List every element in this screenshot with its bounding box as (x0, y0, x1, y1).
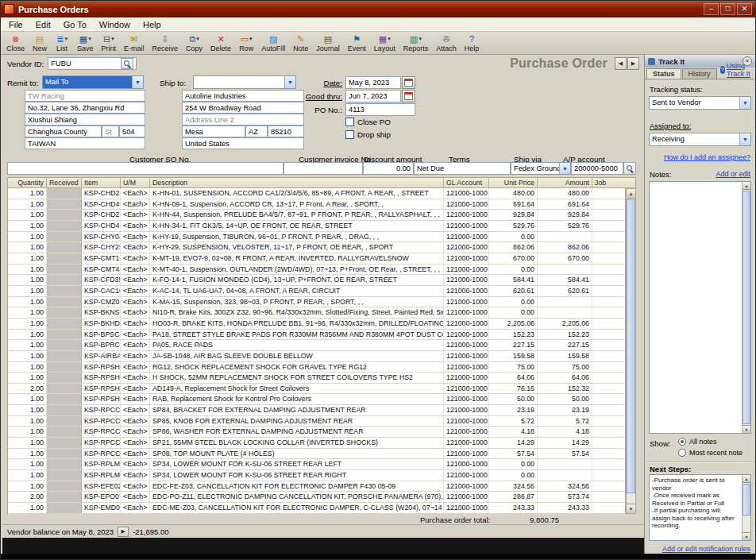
dropdown-arrow-icon[interactable]: ▾ (249, 36, 253, 42)
cell-amount[interactable]: 14.29 (538, 438, 592, 448)
table-row[interactable]: 1.00KSP-CMT410<Each>K-MT-40-1, Suspensio… (8, 265, 625, 276)
cell-item[interactable]: KSP-AIRBAG (82, 351, 121, 361)
cell-quantity[interactable]: 1.00 (8, 242, 47, 253)
cell-amount[interactable]: 243.33 (538, 503, 592, 513)
cell-um[interactable]: <Each> (121, 330, 150, 340)
cell-gl-account[interactable]: 121000-1000 (444, 481, 489, 492)
cell-received[interactable] (47, 330, 82, 340)
cell-item[interactable]: KSP-BKNS25 (82, 307, 121, 318)
table-row[interactable]: 1.00KSP-CMT150<Each>K-MT-19, EVO7-9, 02~… (8, 253, 625, 265)
cell-received[interactable] (47, 470, 82, 481)
cell-item[interactable]: KSP-RPSH25 (82, 384, 121, 394)
cell-job[interactable] (592, 210, 625, 220)
cell-job[interactable] (592, 199, 625, 210)
cell-item[interactable]: KSP-CHD410 (82, 221, 121, 231)
cell-item[interactable]: KSP-RPLM-C (82, 459, 121, 469)
cell-amount[interactable]: 620.61 (538, 286, 592, 296)
event-button[interactable]: ⚑Event (344, 33, 370, 52)
cell-gl-account[interactable]: 121000-1000 (444, 384, 489, 394)
cell-description[interactable]: NI10-R, Brake Kits, 300ZX Z32, 90~96, R4… (150, 307, 444, 318)
cell-gl-account[interactable]: 121000-1000 (444, 373, 489, 383)
cell-gl-account[interactable]: 121000-1000 (444, 253, 489, 264)
cell-gl-account[interactable]: 121000-1000 (444, 330, 489, 340)
vendor-balance-detail-button[interactable]: ▶ (118, 527, 129, 537)
table-row[interactable]: 1.00KSP-BPSC10<Each>PA18, STREET STYLE B… (8, 330, 625, 341)
cell-um[interactable]: <Each> (121, 351, 150, 361)
cell-description[interactable]: K-FO-14-1, FUSION MONDEO (CD4), 13~UP, P… (150, 275, 444, 285)
cell-amount[interactable]: 4.18 (538, 427, 592, 437)
cell-amount[interactable]: 152.23 (538, 330, 592, 340)
previous-record-button[interactable]: ◀ (615, 57, 627, 70)
cell-um[interactable]: <Each> (121, 210, 150, 220)
cell-amount[interactable] (538, 459, 592, 469)
cell-item[interactable]: KSP-EMD080 (82, 503, 121, 513)
ship-name-field[interactable]: Autoline Industries (182, 90, 304, 102)
date-input[interactable]: May 8, 2023 (345, 76, 401, 89)
cell-received[interactable] (47, 199, 82, 210)
save-button[interactable]: ▦▾Save (73, 33, 98, 52)
discount-amount-input[interactable]: 0.00 (363, 162, 414, 175)
remit-address2-field[interactable]: Xiushui Shiang (25, 114, 145, 126)
notes-area[interactable]: ▲ ▼ (649, 181, 751, 434)
cell-job[interactable] (592, 394, 625, 404)
cell-um[interactable]: <Each> (121, 492, 150, 502)
cell-unit-price[interactable]: 862.06 (489, 242, 538, 253)
cell-item[interactable]: KSP-RPCC-L (82, 438, 121, 448)
column-header-received[interactable]: Received (47, 178, 82, 187)
cell-amount[interactable]: 670.00 (538, 253, 592, 264)
po-no-input[interactable]: 4113 (345, 103, 415, 116)
close-window-button[interactable]: ✕ (737, 3, 752, 15)
receive-button[interactable]: ⇩Receive (148, 33, 183, 52)
cell-gl-account[interactable]: 121000-1000 (444, 297, 489, 307)
ap-account-input[interactable]: 200000-5000 (571, 162, 623, 175)
cell-unit-price[interactable]: 227.15 (489, 340, 538, 350)
maximize-button[interactable]: □ (720, 3, 735, 15)
cell-description[interactable]: RG12, SHOCK REPLACEMENT SHOCK FOR GRAVEL… (150, 362, 444, 373)
cell-gl-account[interactable]: 121000-1000 (444, 405, 489, 415)
cell-description[interactable]: PA05, RACE PADS (150, 340, 444, 350)
remit-state-field[interactable]: St (102, 126, 119, 137)
cell-received[interactable] (47, 286, 82, 296)
cell-unit-price[interactable]: 152.23 (489, 330, 538, 340)
cell-amount[interactable]: 75.00 (538, 362, 592, 373)
column-header-gl-account[interactable]: GL Account (444, 178, 489, 187)
cell-um[interactable]: <Each> (121, 242, 150, 253)
scroll-up-icon[interactable]: ▲ (742, 182, 750, 190)
cell-quantity[interactable]: 1.00 (8, 253, 47, 264)
tracking-status-select[interactable]: Sent to Vendor ▼ (649, 96, 751, 110)
menu-item-window[interactable]: Window (93, 18, 137, 31)
cell-item[interactable]: KSP-CMT410 (82, 265, 121, 275)
cell-description[interactable]: K-MT-40-1, Suspension, OUTLANDER (2WD/4W… (150, 265, 444, 275)
cell-item[interactable]: KSP-RPCC-P (82, 449, 121, 459)
cell-description[interactable]: SP86, WASHER FOR EXTERNAL DAMPING ADJUST… (150, 427, 444, 437)
table-row[interactable]: 1.00KSP-BPRC50<Each>PA05, RACE PADS12100… (8, 340, 625, 351)
cell-job[interactable] (592, 242, 625, 253)
cell-description[interactable]: K-HY-19, Suspension, TIBURON, 96~01, P F… (150, 232, 444, 242)
cell-quantity[interactable]: 1.00 (8, 297, 47, 307)
cell-amount[interactable]: 929.84 (538, 210, 592, 220)
column-header-amount[interactable]: Amount (538, 178, 592, 187)
cell-received[interactable] (47, 459, 82, 469)
cell-quantity[interactable]: 1.00 (8, 362, 47, 373)
cell-unit-price[interactable]: 286.87 (489, 492, 538, 502)
cell-received[interactable] (47, 351, 82, 361)
cell-item[interactable]: KSP-CHD240 (82, 188, 121, 199)
cell-unit-price[interactable]: 159.58 (489, 351, 538, 361)
print-button[interactable]: ⊟▾Print (98, 33, 121, 52)
layout-button[interactable]: ▦▾Layout (370, 33, 399, 52)
delete-button[interactable]: ✕Delete (206, 33, 235, 52)
ap-account-lookup-button[interactable] (623, 162, 636, 175)
table-row[interactable]: 1.00KSP-CFD350<Each>K-FO-14-1, FUSION MO… (8, 275, 625, 286)
cell-amount[interactable]: 159.58 (538, 351, 592, 361)
cell-um[interactable]: <Each> (121, 297, 150, 307)
cell-item[interactable]: KSP-EPO070 (82, 492, 121, 502)
assigned-to-select[interactable]: Receiving ▼ (649, 133, 751, 146)
cell-gl-account[interactable]: 121000-1000 (444, 503, 489, 513)
dropdown-arrow-icon[interactable]: ▾ (418, 36, 422, 42)
column-header-item[interactable]: Item (82, 178, 121, 187)
cell-amount[interactable]: 691.64 (538, 199, 592, 210)
cell-description[interactable]: K-HN-01, SUSPENSION, ACCORD CA1/2/3/4/5/… (150, 188, 444, 199)
table-row[interactable]: 1.00KSP-RPCC-D<Each>SP84, BRACKET FOR EX… (8, 405, 625, 416)
cell-gl-account[interactable]: 121000-1000 (444, 492, 489, 502)
cell-gl-account[interactable]: 121000-1000 (444, 459, 489, 469)
